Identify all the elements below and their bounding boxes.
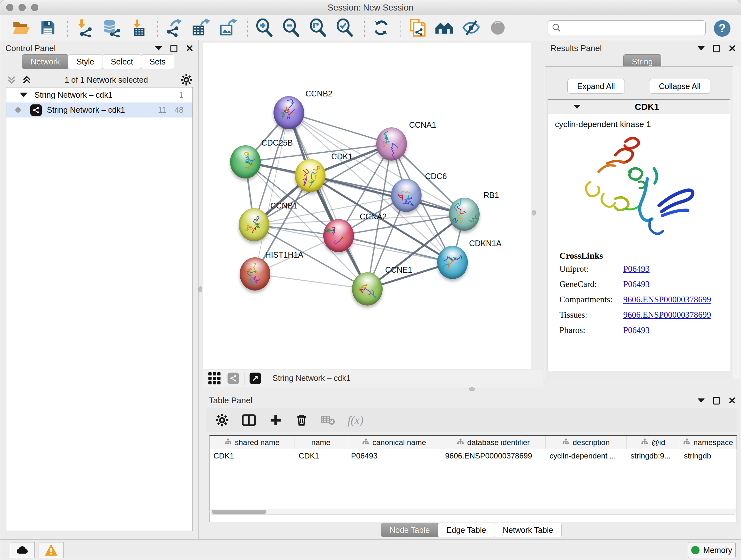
export-table-button[interactable] <box>191 18 211 38</box>
zoom-selected-button[interactable] <box>335 18 354 38</box>
float-panel-icon[interactable] <box>713 397 720 405</box>
network-collection-row[interactable]: String Network – cdk1 1 <box>6 87 192 103</box>
panel-menu-icon[interactable] <box>155 46 162 51</box>
cell-namespace[interactable]: stringdb <box>680 449 737 462</box>
network-node-RB1[interactable] <box>449 198 480 231</box>
gene-entry-header[interactable]: CDK1 <box>548 100 730 114</box>
network-node-HIST1H1A[interactable] <box>240 257 270 291</box>
cell-description[interactable]: cyclin-dependent ... <box>546 449 627 462</box>
node-label-HIST1H1A: HIST1H1A <box>265 250 303 260</box>
cell-name[interactable]: CDK1 <box>295 449 347 462</box>
first-neighbors-button[interactable] <box>434 18 454 38</box>
column-header-description[interactable]: description <box>546 436 627 449</box>
tab-network[interactable]: Network <box>22 54 69 69</box>
memory-button[interactable]: Memory <box>688 542 736 558</box>
network-node-CCNB2[interactable] <box>273 96 304 129</box>
crosslink-link[interactable]: 9606.ENSP00000378699 <box>623 295 711 305</box>
cell-database-identifier[interactable]: 9606.ENSP00000378699 <box>441 449 546 462</box>
protein-thumbnail <box>376 127 407 161</box>
new-network-from-selection-button[interactable] <box>408 18 427 38</box>
node-label-CCNA1: CCNA1 <box>409 120 436 130</box>
import-network-file-button[interactable] <box>74 18 94 38</box>
tab-select[interactable]: Select <box>102 54 141 69</box>
show-columns-icon[interactable] <box>242 414 256 427</box>
network-canvas[interactable]: CCNB2CCNA1CDC25BCDK1CDC6RB1CCNB1CCNA2CDK… <box>203 43 531 369</box>
float-panel-icon[interactable] <box>171 45 178 52</box>
panel-menu-icon[interactable] <box>697 46 704 51</box>
open-session-button[interactable] <box>11 18 31 38</box>
close-panel-icon[interactable]: ✕ <box>728 396 736 406</box>
close-panel-icon[interactable]: ✕ <box>728 44 736 53</box>
delete-column-icon[interactable] <box>295 414 308 427</box>
import-network-database-button[interactable] <box>101 18 121 38</box>
close-panel-icon[interactable]: ✕ <box>186 44 194 53</box>
crosslink-link[interactable]: P06493 <box>623 325 650 335</box>
node-label-CDKN1A: CDKN1A <box>469 239 501 248</box>
tab-node-table[interactable]: Node Table <box>381 523 439 537</box>
panel-menu-icon[interactable] <box>697 398 704 402</box>
network-row[interactable]: String Network – cdk1 11 48 <box>6 103 192 118</box>
collection-expand-icon[interactable] <box>20 92 27 98</box>
gene-description: cyclin-dependent kinase 1 <box>555 119 730 129</box>
gear-icon[interactable] <box>215 414 229 427</box>
scrollbar-thumb[interactable] <box>212 510 266 514</box>
cloud-status-button[interactable] <box>10 542 35 558</box>
table-row[interactable]: CDK1 CDK1 P06493 9606.ENSP00000378699 cy… <box>210 449 737 462</box>
zoom-out-button[interactable] <box>281 18 301 38</box>
cell-id[interactable]: stringdb:9... <box>627 449 680 462</box>
tab-edge-table[interactable]: Edge Table <box>438 523 495 537</box>
network-node-CDC25B[interactable] <box>230 145 261 179</box>
search-input[interactable] <box>564 23 701 33</box>
cell-canonical-name[interactable]: P06493 <box>347 449 441 462</box>
column-header-name[interactable]: name <box>295 436 347 449</box>
gear-icon[interactable] <box>180 74 192 86</box>
zoom-fit-button[interactable] <box>308 18 328 38</box>
export-network-button[interactable] <box>164 18 184 38</box>
add-column-icon[interactable] <box>269 414 282 427</box>
refresh-arrows-icon <box>373 19 389 36</box>
right-splitter-handle[interactable] <box>532 210 536 215</box>
crosslink-link[interactable]: 9606.ENSP00000378699 <box>623 310 711 320</box>
expand-all-button[interactable]: Expand All <box>567 79 625 94</box>
left-splitter-handle[interactable] <box>199 287 202 292</box>
export-image-button[interactable] <box>218 18 238 38</box>
column-header-id[interactable]: @id <box>627 436 680 449</box>
float-panel-icon[interactable] <box>713 45 720 52</box>
zoom-in-button[interactable] <box>254 18 274 38</box>
tab-sets[interactable]: Sets <box>141 54 174 69</box>
network-node-CCNB1[interactable] <box>239 208 269 241</box>
network-share-icon[interactable] <box>227 373 239 384</box>
column-header-shared-name[interactable]: shared name <box>210 436 295 449</box>
collapse-all-icon[interactable] <box>6 74 17 85</box>
cell-shared-name[interactable]: CDK1 <box>210 449 295 462</box>
show-all-button[interactable] <box>488 18 508 38</box>
tab-network-table[interactable]: Network Table <box>494 523 562 537</box>
bottom-splitter-handle[interactable] <box>469 387 475 391</box>
network-node-CCNE1[interactable] <box>352 272 383 306</box>
help-button[interactable]: ? <box>714 20 731 37</box>
crosslink-link[interactable]: P06493 <box>623 279 650 289</box>
hide-selected-button[interactable] <box>461 18 481 38</box>
expand-all-icon[interactable] <box>21 74 32 85</box>
network-node-CCNA2[interactable] <box>323 219 354 252</box>
import-table-button[interactable] <box>128 18 148 38</box>
grid-view-icon[interactable] <box>208 372 220 384</box>
detach-view-icon[interactable] <box>250 373 261 384</box>
entry-collapse-icon[interactable] <box>574 105 581 109</box>
network-node-CCNA1[interactable] <box>376 127 407 161</box>
results-scrollbar[interactable] <box>733 66 740 379</box>
apply-layout-button[interactable] <box>371 18 391 38</box>
gray-eye-icon <box>489 19 507 37</box>
warnings-button[interactable] <box>39 542 64 558</box>
network-node-CDKN1A[interactable] <box>437 246 468 279</box>
column-header-canonical-name[interactable]: canonical name <box>347 436 441 449</box>
network-node-CDC6[interactable] <box>391 179 421 212</box>
column-header-namespace[interactable]: namespace <box>680 436 737 449</box>
tab-style[interactable]: Style <box>68 54 103 69</box>
table-horizontal-scrollbar[interactable] <box>209 509 737 515</box>
collapse-all-button[interactable]: Collapse All <box>649 79 711 94</box>
column-header-database-identifier[interactable]: database identifier <box>441 436 546 449</box>
save-session-button[interactable] <box>38 18 58 38</box>
network-node-CDK1[interactable] <box>295 159 326 192</box>
crosslink-link[interactable]: P06493 <box>623 264 650 274</box>
